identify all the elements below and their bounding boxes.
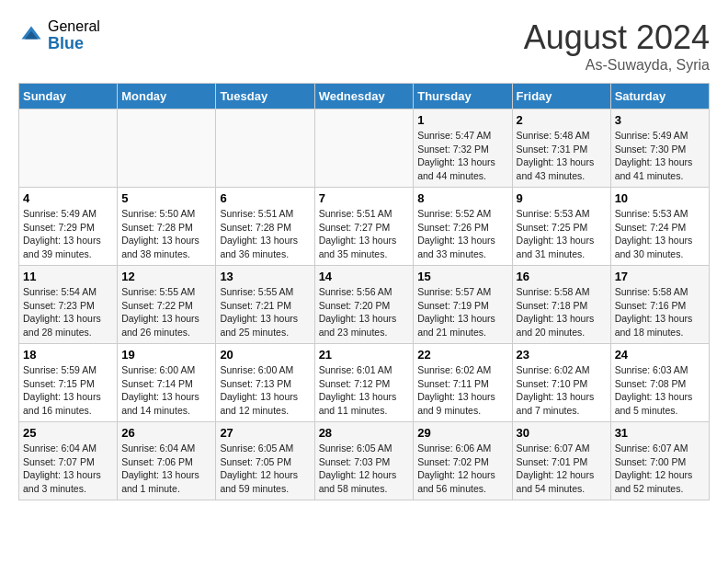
calendar-week-1: 1Sunrise: 5:47 AMSunset: 7:32 PMDaylight… — [19, 109, 710, 188]
header-monday: Monday — [118, 84, 216, 109]
day-info: Sunrise: 5:49 AMSunset: 7:30 PMDaylight:… — [615, 129, 705, 183]
calendar-cell — [314, 109, 414, 188]
calendar-cell: 24Sunrise: 6:03 AMSunset: 7:08 PMDayligh… — [610, 344, 709, 422]
logo: General Blue — [18, 18, 100, 52]
logo-general: General — [48, 18, 100, 35]
calendar-cell: 2Sunrise: 5:48 AMSunset: 7:31 PMDaylight… — [512, 109, 610, 188]
location: As-Suwayda, Syria — [524, 57, 710, 74]
day-number: 20 — [220, 348, 310, 362]
day-info: Sunrise: 6:07 AMSunset: 7:01 PMDaylight:… — [517, 442, 607, 496]
calendar-cell: 11Sunrise: 5:54 AMSunset: 7:23 PMDayligh… — [19, 266, 118, 344]
day-number: 22 — [417, 348, 507, 362]
calendar-cell: 13Sunrise: 5:55 AMSunset: 7:21 PMDayligh… — [216, 266, 314, 344]
day-info: Sunrise: 5:47 AMSunset: 7:32 PMDaylight:… — [417, 129, 507, 183]
day-info: Sunrise: 5:58 AMSunset: 7:16 PMDaylight:… — [615, 285, 705, 339]
day-number: 2 — [517, 113, 607, 127]
day-info: Sunrise: 6:00 AMSunset: 7:14 PMDaylight:… — [121, 363, 211, 418]
calendar-cell: 8Sunrise: 5:52 AMSunset: 7:26 PMDaylight… — [414, 188, 512, 266]
day-info: Sunrise: 6:07 AMSunset: 7:00 PMDaylight:… — [615, 442, 705, 496]
day-number: 4 — [23, 191, 113, 205]
calendar-cell: 22Sunrise: 6:02 AMSunset: 7:11 PMDayligh… — [414, 344, 512, 422]
header-saturday: Saturday — [610, 84, 709, 109]
header-sunday: Sunday — [19, 84, 118, 109]
day-number: 3 — [615, 113, 705, 127]
calendar-cell: 18Sunrise: 5:59 AMSunset: 7:15 PMDayligh… — [19, 344, 118, 422]
day-info: Sunrise: 5:55 AMSunset: 7:22 PMDaylight:… — [121, 285, 211, 339]
calendar-body: 1Sunrise: 5:47 AMSunset: 7:32 PMDaylight… — [19, 109, 710, 500]
day-number: 28 — [319, 426, 410, 440]
calendar-cell: 21Sunrise: 6:01 AMSunset: 7:12 PMDayligh… — [314, 344, 414, 422]
calendar-cell: 20Sunrise: 6:00 AMSunset: 7:13 PMDayligh… — [216, 344, 314, 422]
day-info: Sunrise: 5:53 AMSunset: 7:25 PMDaylight:… — [517, 207, 607, 261]
day-number: 6 — [220, 191, 310, 205]
day-number: 30 — [517, 426, 607, 440]
calendar-week-5: 25Sunrise: 6:04 AMSunset: 7:07 PMDayligh… — [19, 422, 710, 500]
day-number: 18 — [23, 348, 113, 362]
day-info: Sunrise: 6:05 AMSunset: 7:03 PMDaylight:… — [319, 442, 410, 496]
day-info: Sunrise: 5:52 AMSunset: 7:26 PMDaylight:… — [417, 207, 507, 261]
calendar-table: SundayMondayTuesdayWednesdayThursdayFrid… — [18, 83, 710, 500]
header-wednesday: Wednesday — [314, 84, 414, 109]
day-number: 26 — [121, 426, 211, 440]
day-info: Sunrise: 5:51 AMSunset: 7:28 PMDaylight:… — [220, 207, 310, 261]
day-number: 24 — [615, 348, 705, 362]
day-info: Sunrise: 5:59 AMSunset: 7:15 PMDaylight:… — [23, 363, 113, 418]
logo-text: General Blue — [48, 18, 100, 52]
day-info: Sunrise: 6:03 AMSunset: 7:08 PMDaylight:… — [615, 363, 705, 418]
day-number: 1 — [417, 113, 507, 127]
day-number: 14 — [319, 270, 410, 283]
calendar-cell: 27Sunrise: 6:05 AMSunset: 7:05 PMDayligh… — [216, 422, 314, 500]
calendar-cell — [216, 109, 314, 188]
day-number: 11 — [23, 270, 113, 283]
day-info: Sunrise: 5:53 AMSunset: 7:24 PMDaylight:… — [615, 207, 705, 261]
calendar-cell: 31Sunrise: 6:07 AMSunset: 7:00 PMDayligh… — [610, 422, 709, 500]
day-number: 10 — [615, 191, 705, 205]
day-info: Sunrise: 5:50 AMSunset: 7:28 PMDaylight:… — [121, 207, 211, 261]
calendar-cell — [19, 109, 118, 188]
calendar-cell: 19Sunrise: 6:00 AMSunset: 7:14 PMDayligh… — [118, 344, 216, 422]
header-tuesday: Tuesday — [216, 84, 314, 109]
day-number: 9 — [517, 191, 607, 205]
calendar-week-3: 11Sunrise: 5:54 AMSunset: 7:23 PMDayligh… — [19, 266, 710, 344]
logo-icon — [18, 23, 44, 49]
day-number: 5 — [121, 191, 211, 205]
day-info: Sunrise: 5:51 AMSunset: 7:27 PMDaylight:… — [319, 207, 410, 261]
day-number: 31 — [615, 426, 705, 440]
day-info: Sunrise: 6:04 AMSunset: 7:07 PMDaylight:… — [23, 442, 113, 496]
calendar-cell: 30Sunrise: 6:07 AMSunset: 7:01 PMDayligh… — [512, 422, 610, 500]
day-number: 23 — [517, 348, 607, 362]
calendar-cell: 15Sunrise: 5:57 AMSunset: 7:19 PMDayligh… — [414, 266, 512, 344]
calendar-cell: 23Sunrise: 6:02 AMSunset: 7:10 PMDayligh… — [512, 344, 610, 422]
day-info: Sunrise: 5:55 AMSunset: 7:21 PMDaylight:… — [220, 285, 310, 339]
day-number: 29 — [417, 426, 507, 440]
day-number: 25 — [23, 426, 113, 440]
calendar-cell: 3Sunrise: 5:49 AMSunset: 7:30 PMDaylight… — [610, 109, 709, 188]
day-info: Sunrise: 6:05 AMSunset: 7:05 PMDaylight:… — [220, 442, 310, 496]
day-number: 12 — [121, 270, 211, 283]
calendar-week-4: 18Sunrise: 5:59 AMSunset: 7:15 PMDayligh… — [19, 344, 710, 422]
calendar-cell: 9Sunrise: 5:53 AMSunset: 7:25 PMDaylight… — [512, 188, 610, 266]
day-info: Sunrise: 6:02 AMSunset: 7:11 PMDaylight:… — [417, 363, 507, 418]
header-thursday: Thursday — [414, 84, 512, 109]
day-info: Sunrise: 5:58 AMSunset: 7:18 PMDaylight:… — [517, 285, 607, 339]
day-number: 8 — [417, 191, 507, 205]
day-info: Sunrise: 6:04 AMSunset: 7:06 PMDaylight:… — [121, 442, 211, 496]
calendar-week-2: 4Sunrise: 5:49 AMSunset: 7:29 PMDaylight… — [19, 188, 710, 266]
calendar-cell: 17Sunrise: 5:58 AMSunset: 7:16 PMDayligh… — [610, 266, 709, 344]
day-info: Sunrise: 5:56 AMSunset: 7:20 PMDaylight:… — [319, 285, 410, 339]
calendar-header-row: SundayMondayTuesdayWednesdayThursdayFrid… — [19, 84, 710, 109]
day-number: 16 — [517, 270, 607, 283]
calendar-cell: 16Sunrise: 5:58 AMSunset: 7:18 PMDayligh… — [512, 266, 610, 344]
day-number: 17 — [615, 270, 705, 283]
day-info: Sunrise: 6:06 AMSunset: 7:02 PMDaylight:… — [417, 442, 507, 496]
day-number: 13 — [220, 270, 310, 283]
calendar-cell: 14Sunrise: 5:56 AMSunset: 7:20 PMDayligh… — [314, 266, 414, 344]
calendar-cell: 26Sunrise: 6:04 AMSunset: 7:06 PMDayligh… — [118, 422, 216, 500]
month-year: August 2024 — [524, 18, 710, 57]
day-number: 15 — [417, 270, 507, 283]
day-number: 21 — [319, 348, 410, 362]
day-info: Sunrise: 5:57 AMSunset: 7:19 PMDaylight:… — [417, 285, 507, 339]
day-number: 27 — [220, 426, 310, 440]
day-number: 19 — [121, 348, 211, 362]
calendar-cell: 4Sunrise: 5:49 AMSunset: 7:29 PMDaylight… — [19, 188, 118, 266]
